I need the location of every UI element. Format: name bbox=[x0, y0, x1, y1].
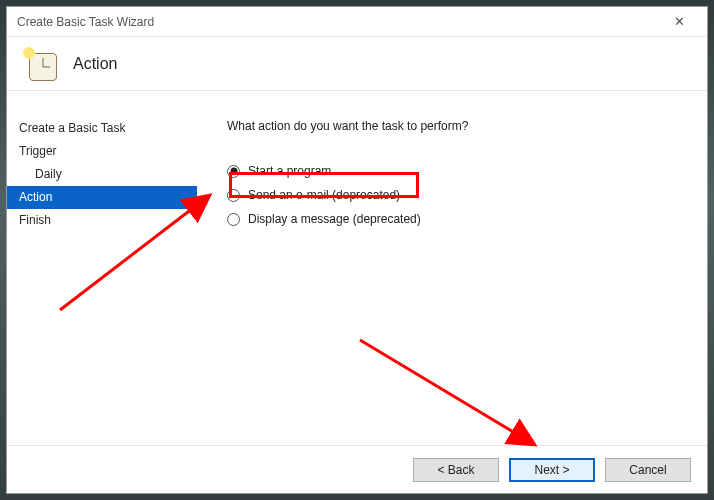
annotation-highlight-box bbox=[229, 172, 419, 198]
wizard-steps-sidebar: Create a Basic TaskTriggerDailyActionFin… bbox=[7, 93, 197, 445]
titlebar: Create Basic Task Wizard ✕ bbox=[7, 7, 707, 37]
wizard-step-daily[interactable]: Daily bbox=[7, 163, 197, 186]
wizard-header: Action bbox=[7, 37, 707, 91]
window-title: Create Basic Task Wizard bbox=[17, 15, 154, 29]
close-icon: ✕ bbox=[674, 14, 685, 29]
cancel-button[interactable]: Cancel bbox=[605, 458, 691, 482]
action-prompt: What action do you want the task to perf… bbox=[227, 119, 687, 133]
wizard-step-trigger[interactable]: Trigger bbox=[7, 140, 197, 163]
radio-icon bbox=[227, 213, 240, 226]
wizard-body: Create a Basic TaskTriggerDailyActionFin… bbox=[7, 93, 707, 445]
task-scheduler-icon bbox=[23, 47, 57, 81]
next-button[interactable]: Next > bbox=[509, 458, 595, 482]
back-button[interactable]: < Back bbox=[413, 458, 499, 482]
radio-label: Display a message (deprecated) bbox=[248, 212, 421, 226]
wizard-step-finish[interactable]: Finish bbox=[7, 209, 197, 232]
create-basic-task-wizard-dialog: Create Basic Task Wizard ✕ Action Create… bbox=[6, 6, 708, 494]
wizard-footer: < Back Next > Cancel bbox=[7, 445, 707, 493]
wizard-step-create-a-basic-task[interactable]: Create a Basic Task bbox=[7, 117, 197, 140]
wizard-step-title: Action bbox=[73, 55, 117, 73]
wizard-content: What action do you want the task to perf… bbox=[197, 93, 707, 445]
action-option-2[interactable]: Display a message (deprecated) bbox=[227, 207, 687, 231]
window-close-button[interactable]: ✕ bbox=[657, 8, 701, 36]
wizard-step-action[interactable]: Action bbox=[7, 186, 197, 209]
